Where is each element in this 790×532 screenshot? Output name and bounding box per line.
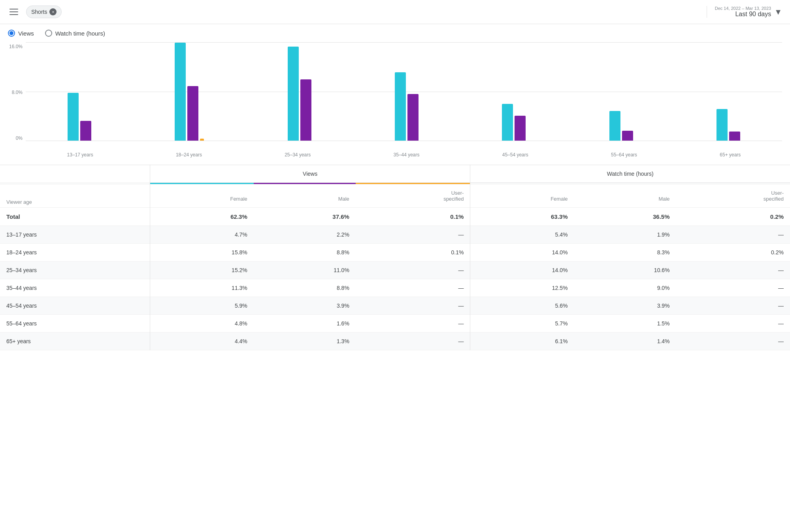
bar-cyan-18-24 [175,43,186,141]
views-female-13-17: 4.7% [150,226,254,244]
grid-line-bottom [26,141,782,141]
watch-male-13-17: 1.9% [574,226,676,244]
views-user-18-24: 0.1% [356,244,470,261]
views-user-65plus: — [356,333,470,350]
chevron-down-icon: ▼ [774,8,782,17]
watch-female-35-44: 12.5% [470,279,574,297]
bar-cyan-55-64 [609,111,620,141]
bar-purple-35-44 [407,94,419,141]
age-55-64: 55–64 years [0,315,150,333]
watch-user-45-54: — [676,297,790,315]
bar-yellow-18-24 [200,139,204,141]
bar-group-18-24 [175,43,204,141]
total-watch-user: 0.2% [676,208,790,226]
date-range-text: Dec 14, 2022 – Mar 13, 2023 Last 90 days [715,6,771,18]
views-male-35-44: 8.8% [254,279,356,297]
views-user-col-header: User-specified [356,184,470,208]
total-row: Total 62.3% 37.6% 0.1% 63.3% 36.5% 0.2% [0,208,790,226]
views-female-col-header: Female [150,184,254,208]
views-male-25-34: 11.0% [254,261,356,279]
watch-user-13-17: — [676,226,790,244]
filter-chip-close-button[interactable]: × [49,8,57,15]
chart-plot-area [26,42,782,141]
bar-group-45-54 [502,104,526,141]
age-35-44: 35–44 years [0,279,150,297]
bar-group-13-17 [68,93,91,141]
x-label-25-34: 25–34 years [285,152,311,158]
bar-cyan-35-44 [395,72,406,141]
table-row: 13–17 years 4.7% 2.2% — 5.4% 1.9% — [0,226,790,244]
date-range-subtitle: Dec 14, 2022 – Mar 13, 2023 [715,6,771,11]
watch-male-18-24: 8.3% [574,244,676,261]
total-views-user: 0.1% [356,208,470,226]
radio-views[interactable]: Views [8,30,34,37]
hamburger-menu[interactable] [8,7,20,17]
radio-label-watch-time: Watch time (hours) [55,30,105,37]
top-bar-left: Shorts × [8,6,62,18]
watch-male-45-54: 3.9% [574,297,676,315]
bar-purple-55-64 [622,131,633,141]
bar-cyan-45-54 [502,104,513,141]
data-table: Views Watch time (hours) Viewer age Fema… [0,165,790,350]
radio-circle-views [8,30,15,37]
table-row: 45–54 years 5.9% 3.9% — 5.6% 3.9% — [0,297,790,315]
bar-cyan-25-34 [288,47,299,141]
x-label-18-24: 18–24 years [176,152,202,158]
age-18-24: 18–24 years [0,244,150,261]
table-row: 65+ years 4.4% 1.3% — 6.1% 1.4% — [0,333,790,350]
y-axis: 16.0% 8.0% 0% [4,42,26,141]
bar-group-35-44 [395,72,419,141]
bar-cyan-65plus [716,109,728,141]
radio-circle-watch-time [45,30,52,37]
x-label-55-64: 55–64 years [611,152,637,158]
bar-purple-18-24 [187,86,198,141]
bar-purple-25-34 [300,79,311,141]
watch-male-col-header: Male [574,184,676,208]
radio-label-views: Views [18,30,34,37]
x-axis: 13–17 years 18–24 years 25–34 years 35–4… [26,152,782,158]
watch-female-18-24: 14.0% [470,244,574,261]
views-female-65plus: 4.4% [150,333,254,350]
x-label-65plus: 65+ years [720,152,741,158]
bar-group-55-64 [609,111,633,141]
views-male-13-17: 2.2% [254,226,356,244]
radio-watch-time[interactable]: Watch time (hours) [45,30,105,37]
section-header-row: Views Watch time (hours) [0,165,790,183]
watch-user-25-34: — [676,261,790,279]
watch-female-col-header: Female [470,184,574,208]
views-male-col-header: Male [254,184,356,208]
bars-container [26,42,782,141]
watch-female-25-34: 14.0% [470,261,574,279]
bar-purple-45-54 [515,116,526,141]
x-label-45-54: 45–54 years [502,152,528,158]
watch-male-55-64: 1.5% [574,315,676,333]
views-female-55-64: 4.8% [150,315,254,333]
total-label: Total [0,208,150,226]
bar-cyan-13-17 [68,93,79,141]
total-watch-female: 63.3% [470,208,574,226]
views-female-18-24: 15.8% [150,244,254,261]
watch-user-col-header: User-specified [676,184,790,208]
views-user-45-54: — [356,297,470,315]
total-views-female: 62.3% [150,208,254,226]
age-65plus: 65+ years [0,333,150,350]
views-female-25-34: 15.2% [150,261,254,279]
views-user-55-64: — [356,315,470,333]
date-range-selector[interactable]: Dec 14, 2022 – Mar 13, 2023 Last 90 days… [707,6,782,18]
watch-male-35-44: 9.0% [574,279,676,297]
age-45-54: 45–54 years [0,297,150,315]
watch-male-65plus: 1.4% [574,333,676,350]
watch-user-35-44: — [676,279,790,297]
y-label-0: 0% [16,135,23,141]
watch-female-65plus: 6.1% [470,333,574,350]
views-user-13-17: — [356,226,470,244]
table-row: 25–34 years 15.2% 11.0% — 14.0% 10.6% — [0,261,790,279]
views-section-header: Views [150,165,470,183]
bar-purple-65plus [729,132,740,141]
views-male-65plus: 1.3% [254,333,356,350]
bar-group-25-34 [288,47,311,141]
views-user-35-44: — [356,279,470,297]
views-female-45-54: 5.9% [150,297,254,315]
x-label-13-17: 13–17 years [67,152,93,158]
y-label-16: 16.0% [9,44,23,49]
